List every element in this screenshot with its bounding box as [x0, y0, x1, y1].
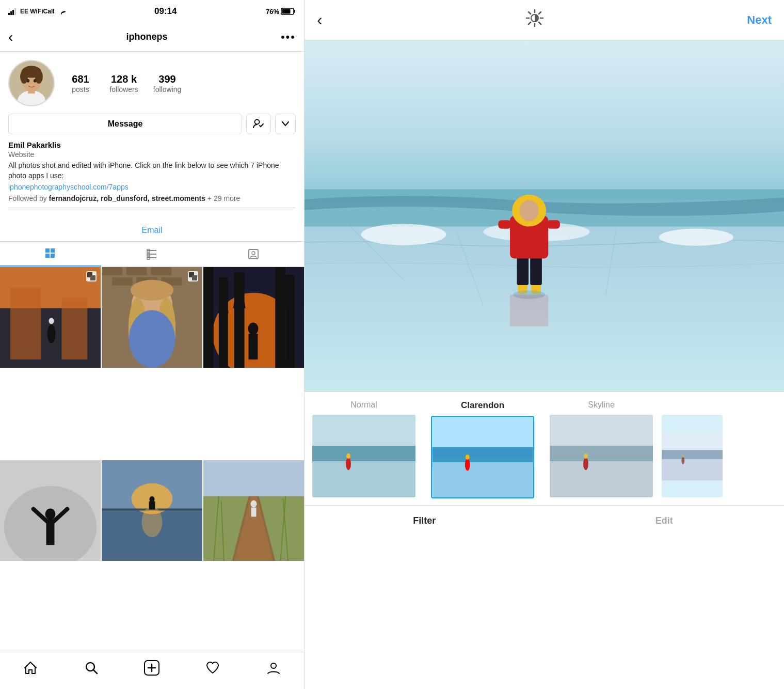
nav-post[interactable]: [139, 655, 165, 681]
bio-name: Emil Pakarklis: [8, 140, 296, 149]
email-section: Email: [0, 222, 304, 241]
svg-line-104: [529, 22, 531, 24]
filter-item-amaro[interactable]: Am: [661, 400, 723, 499]
svg-rect-105: [305, 40, 784, 200]
heart-icon: [205, 661, 220, 675]
posts-label: posts: [72, 85, 89, 93]
svg-point-125: [346, 458, 351, 470]
filter-thumb-amaro: [661, 415, 723, 497]
svg-point-88: [251, 500, 257, 507]
svg-rect-2: [12, 10, 14, 15]
svg-point-77: [142, 506, 163, 537]
svg-rect-18: [45, 248, 50, 253]
nav-home[interactable]: [18, 655, 43, 681]
filter-section: Normal Clarendon: [305, 392, 784, 536]
svg-point-135: [583, 458, 588, 470]
svg-point-141: [682, 455, 684, 458]
tab-list[interactable]: [101, 242, 202, 267]
svg-rect-44: [112, 277, 133, 286]
svg-point-119: [520, 200, 539, 221]
svg-rect-60: [275, 267, 285, 368]
grid-cell-5[interactable]: [102, 460, 202, 561]
follow-check-button[interactable]: [246, 114, 271, 134]
svg-line-91: [93, 670, 97, 674]
back-button[interactable]: ‹: [8, 29, 13, 45]
right-back-button[interactable]: ‹: [317, 10, 323, 29]
filter-item-skyline[interactable]: Skyline: [542, 400, 661, 499]
brightness-icon[interactable]: [525, 9, 544, 31]
bottom-nav: [0, 652, 304, 689]
bio-text: All photos shot and edited with iPhone. …: [8, 161, 296, 181]
svg-rect-19: [51, 248, 55, 253]
tab-filter[interactable]: Filter: [305, 506, 545, 536]
status-right-icons: 76%: [266, 8, 296, 15]
svg-point-17: [255, 120, 260, 124]
filter-thumbnails: Normal Clarendon: [305, 392, 784, 505]
svg-point-4: [61, 13, 62, 14]
grid-cell-6[interactable]: [203, 460, 304, 561]
svg-rect-42: [126, 267, 147, 275]
multi-photo-icon-1: [86, 271, 97, 281]
grid-cell-4[interactable]: [0, 460, 101, 561]
status-carrier: EE WiFiCall: [8, 8, 66, 15]
bio-section: Emil Pakarklis Website All photos shot a…: [8, 140, 296, 202]
followers-count: 128 k: [111, 73, 137, 85]
main-image: [305, 40, 784, 392]
email-link[interactable]: Email: [141, 226, 162, 234]
dropdown-button[interactable]: [275, 114, 296, 134]
username-header: iphoneps: [126, 32, 168, 42]
svg-point-48: [131, 280, 174, 301]
nav-likes[interactable]: [200, 655, 226, 681]
main-photo: [305, 40, 784, 392]
multi-photo-icon-2: [188, 271, 198, 281]
person-tag-icon: [247, 248, 260, 260]
filter-item-clarendon[interactable]: Clarendon: [423, 400, 542, 499]
photo-grid: [0, 267, 304, 652]
tab-grid[interactable]: [0, 242, 101, 267]
followers-stat: 128 k followers: [108, 73, 139, 93]
svg-point-110: [659, 229, 733, 246]
bio-followed: Followed by fernandojcruz, rob_dunsford,…: [8, 194, 296, 202]
following-count: 399: [158, 73, 175, 85]
svg-point-66: [248, 323, 259, 335]
chevron-down-icon: [282, 121, 289, 127]
tab-tagged[interactable]: [203, 242, 304, 267]
menu-button[interactable]: •••: [281, 30, 296, 44]
filter-thumb-clarendon: [431, 416, 534, 498]
bio-link[interactable]: iphonephotographyschool.com/7apps: [8, 183, 296, 191]
avatar-image: [9, 60, 54, 106]
svg-rect-78: [149, 501, 155, 509]
svg-point-15: [26, 79, 29, 83]
bio-website: Website: [8, 150, 296, 159]
svg-rect-43: [151, 267, 172, 275]
tab-edit[interactable]: Edit: [545, 506, 785, 536]
svg-rect-0: [8, 13, 10, 15]
grid-cell-1[interactable]: [0, 267, 101, 368]
grid-cell-2[interactable]: [102, 267, 202, 368]
grid-cell-3[interactable]: [203, 267, 304, 368]
profile-icon: [266, 661, 281, 675]
stats-row: 681 posts 128 k followers 399 following: [65, 73, 296, 93]
svg-rect-41: [102, 267, 122, 275]
profile-top: 681 posts 128 k followers 399 following: [8, 60, 296, 106]
svg-rect-54: [192, 275, 197, 280]
svg-rect-3: [14, 8, 16, 15]
nav-profile[interactable]: [261, 655, 286, 681]
svg-point-79: [150, 496, 155, 502]
filter-item-normal[interactable]: Normal: [305, 400, 423, 499]
message-button[interactable]: Message: [8, 114, 242, 134]
svg-point-130: [465, 459, 470, 471]
svg-rect-20: [45, 254, 50, 258]
svg-rect-124: [312, 461, 415, 497]
followers-label: followers: [109, 85, 138, 93]
svg-line-102: [539, 22, 541, 24]
next-button[interactable]: Next: [747, 13, 772, 27]
carrier-label: EE WiFiCall: [20, 8, 55, 15]
svg-rect-121: [510, 294, 548, 326]
svg-rect-134: [550, 461, 653, 497]
svg-rect-38: [90, 275, 95, 280]
following-stat: 399 following: [152, 73, 183, 93]
svg-point-136: [584, 453, 588, 459]
posts-stat: 681 posts: [65, 73, 96, 93]
nav-search[interactable]: [78, 655, 104, 681]
